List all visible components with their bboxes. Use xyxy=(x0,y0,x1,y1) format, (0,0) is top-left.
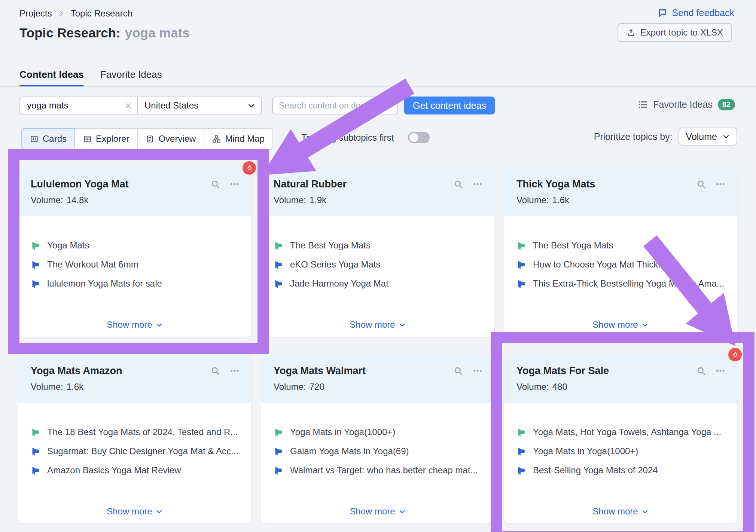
show-more-link[interactable]: Show more xyxy=(504,506,737,517)
view-cards[interactable]: Cards xyxy=(21,128,75,150)
send-feedback-link[interactable]: Send feedback xyxy=(658,7,734,18)
megaphone-icon xyxy=(31,279,41,289)
favorite-ideas-button[interactable]: Favorite Ideas 82 xyxy=(638,99,735,110)
view-switcher: Cards Explorer Overview Mind Map xyxy=(21,128,273,150)
idea-item[interactable]: lululemon Yoga Mats for sale xyxy=(31,279,239,288)
more-options-icon[interactable] xyxy=(715,366,726,376)
more-options-icon[interactable] xyxy=(229,179,240,189)
view-overview[interactable]: Overview xyxy=(137,128,204,150)
card-header: Lululemon Yoga Mat Volume: 14.8k xyxy=(18,167,251,216)
more-options-icon[interactable] xyxy=(472,179,483,189)
chevron-down-icon xyxy=(399,508,406,515)
show-more-link[interactable]: Show more xyxy=(261,506,494,517)
export-xlsx-button[interactable]: Export topic to XLSX xyxy=(618,23,732,42)
show-more-link[interactable]: Show more xyxy=(18,319,251,330)
topic-card[interactable]: Yoga Mats For Sale Volume: 480 xyxy=(504,354,737,523)
card-volume: Volume: 720 xyxy=(274,382,483,392)
volume-value: 720 xyxy=(310,382,324,392)
topic-card[interactable]: Yoga Mats Walmart Volume: 720 xyxy=(261,354,494,523)
idea-item[interactable]: Yoga Mats in Yoga(1000+) xyxy=(274,427,482,437)
show-more-link[interactable]: Show more xyxy=(504,319,737,330)
idea-item[interactable]: Jade Harmony Yoga Mat xyxy=(274,279,482,288)
idea-item[interactable]: This Extra-Thick Bestselling Yoga Mat on… xyxy=(516,279,725,288)
card-body: The Best Yoga Mats eKO Series Yoga Mats … xyxy=(261,216,494,337)
idea-item[interactable]: The Workout Mat 6mm xyxy=(31,260,239,269)
trending-subtopics-toggle[interactable] xyxy=(408,132,430,143)
idea-item[interactable]: The Best Yoga Mats xyxy=(274,241,482,250)
tab-content-ideas[interactable]: Content Ideas xyxy=(19,69,84,87)
card-body: The Best Yoga Mats How to Choose Yoga Ma… xyxy=(504,216,737,337)
search-icon[interactable] xyxy=(210,179,220,189)
page-title: Topic Research: yoga mats xyxy=(19,25,190,40)
prioritize-value: Volume xyxy=(686,131,717,142)
idea-item[interactable]: Best-Selling Yoga Mats of 2024 xyxy=(516,465,725,475)
idea-item[interactable]: The Best Yoga Mats xyxy=(516,241,725,250)
volume-label: Volume: xyxy=(516,382,549,392)
card-body: The 18 Best Yoga Mats of 2024, Tested an… xyxy=(18,403,251,523)
card-title: Thick Yoga Mats xyxy=(516,178,595,190)
more-options-icon[interactable] xyxy=(715,179,726,189)
idea-item[interactable]: eKO Series Yoga Mats xyxy=(274,260,482,269)
card-body: Yoga Mats The Workout Mat 6mm lululemon … xyxy=(18,216,251,337)
idea-item[interactable]: Yoga Mats xyxy=(31,241,239,250)
search-icon[interactable] xyxy=(696,366,706,376)
breadcrumb-projects-link[interactable]: Projects xyxy=(19,8,52,19)
idea-text: The Workout Mat 6mm xyxy=(47,259,138,270)
clear-query-icon[interactable] xyxy=(125,102,132,109)
megaphone-icon xyxy=(274,279,284,289)
prioritize-label: Prioritize topics by: xyxy=(594,131,673,142)
tab-bar: Content Ideas Favorite Ideas xyxy=(19,69,162,87)
view-explorer[interactable]: Explorer xyxy=(74,128,138,150)
volume-label: Volume: xyxy=(31,382,63,392)
megaphone-icon xyxy=(274,446,284,456)
topic-card[interactable]: Yoga Mats Amazon Volume: 1.6k xyxy=(18,354,251,523)
megaphone-icon xyxy=(516,465,527,476)
search-icon[interactable] xyxy=(696,179,706,189)
search-icon[interactable] xyxy=(453,366,463,376)
prioritize-select[interactable]: Volume xyxy=(679,128,737,146)
topic-card[interactable]: Natural Rubber Volume: 1.9k xyxy=(261,167,494,337)
show-more-label: Show more xyxy=(350,506,395,517)
idea-list: The 18 Best Yoga Mats of 2024, Tested an… xyxy=(31,403,239,475)
view-mind-map[interactable]: Mind Map xyxy=(204,128,273,150)
chevron-down-icon xyxy=(156,321,163,328)
idea-item[interactable]: Amazon Basics Yoga Mat Review xyxy=(31,465,239,475)
annotation-arrow-1 xyxy=(262,79,414,175)
megaphone-icon xyxy=(274,427,284,437)
search-icon[interactable] xyxy=(210,366,220,376)
topic-card[interactable]: Thick Yoga Mats Volume: 1.6k xyxy=(504,167,737,337)
idea-item[interactable]: How to Choose Yoga Mat Thickne xyxy=(516,260,725,269)
card-title: Yoga Mats Walmart xyxy=(274,364,366,377)
idea-list: The Best Yoga Mats eKO Series Yoga Mats … xyxy=(274,216,482,288)
tab-favorite-ideas[interactable]: Favorite Ideas xyxy=(100,69,162,87)
idea-item[interactable]: The 18 Best Yoga Mats of 2024, Tested an… xyxy=(31,427,239,437)
show-more-link[interactable]: Show more xyxy=(261,319,494,330)
chevron-down-icon xyxy=(722,133,730,140)
page-title-query: yoga mats xyxy=(125,25,190,40)
idea-text: The Best Yoga Mats xyxy=(290,240,371,251)
tabs-divider xyxy=(0,86,756,87)
card-header: Yoga Mats For Sale Volume: 480 xyxy=(504,354,737,403)
card-header: Yoga Mats Amazon Volume: 1.6k xyxy=(18,354,251,403)
get-content-ideas-button[interactable]: Get content ideas xyxy=(404,97,495,114)
card-header: Yoga Mats Walmart Volume: 720 xyxy=(261,354,494,403)
card-title: Natural Rubber xyxy=(274,178,347,190)
topic-card[interactable]: Lululemon Yoga Mat Volume: 14.8k xyxy=(18,167,251,337)
favorite-ideas-count-badge: 82 xyxy=(718,99,735,110)
idea-item[interactable]: Gaiam Yoga Mats in Yoga(69) xyxy=(274,446,482,456)
idea-item[interactable]: Walmart vs Target: who has better cheap … xyxy=(274,465,482,475)
idea-item[interactable]: Yoga Mats, Hot Yoga Towels, Ashtanga Yog… xyxy=(516,427,725,437)
search-icon[interactable] xyxy=(453,179,463,189)
country-select[interactable]: United States xyxy=(138,97,261,114)
view-explorer-label: Explorer xyxy=(96,134,129,144)
megaphone-icon xyxy=(516,279,527,289)
more-options-icon[interactable] xyxy=(472,366,483,376)
idea-item[interactable]: Sugarmat: Buy Chic Designer Yoga Mat & A… xyxy=(31,446,239,456)
search-content-input[interactable]: Search content on domain xyxy=(272,97,398,114)
volume-value: 14.8k xyxy=(67,195,89,205)
show-more-link[interactable]: Show more xyxy=(18,506,251,517)
idea-item[interactable]: Yoga Mats in Yoga(1000+) xyxy=(516,446,725,456)
topic-query-input[interactable]: yoga mats xyxy=(20,97,138,114)
more-options-icon[interactable] xyxy=(229,366,240,376)
megaphone-icon xyxy=(274,260,284,270)
